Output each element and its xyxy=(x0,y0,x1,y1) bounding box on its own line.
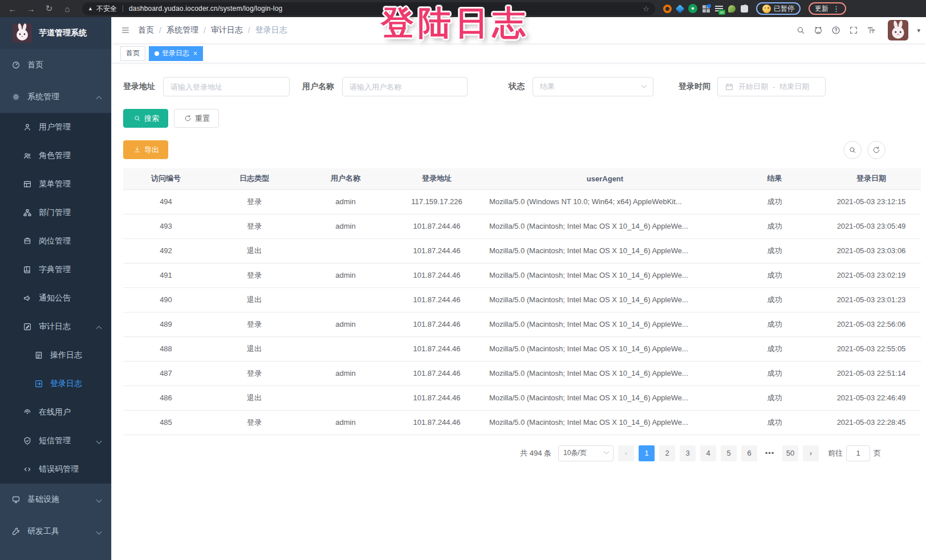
table-row[interactable]: 492退出101.87.244.46Mozilla/5.0 (Macintosh… xyxy=(123,238,921,263)
sidebar-item-org-tree[interactable]: 部门管理 xyxy=(0,198,111,227)
dev-tool-icon xyxy=(11,527,21,536)
page-button[interactable]: 2 xyxy=(659,445,675,461)
jump-page-input[interactable] xyxy=(846,445,870,461)
list-on-badge-icon[interactable] xyxy=(715,5,723,12)
reset-button[interactable]: 重置 xyxy=(174,109,219,128)
app-header: 首页/系统管理/审计日志/登录日志 ▾ xyxy=(112,17,926,44)
page-button[interactable]: 1 xyxy=(639,445,655,461)
puzzle-icon[interactable] xyxy=(741,5,748,13)
orange-ring-icon[interactable] xyxy=(663,5,672,13)
table-row[interactable]: 490退出101.87.244.46Mozilla/5.0 (Macintosh… xyxy=(123,287,921,312)
extensions-row: ♥ xyxy=(663,4,748,13)
green-heart-icon[interactable]: ♥ xyxy=(688,4,697,13)
username-input[interactable] xyxy=(350,83,460,91)
sidebar-item-dev-tool[interactable]: 研发工具 xyxy=(0,516,111,547)
table-row[interactable]: 488退出101.87.244.46Mozilla/5.0 (Macintosh… xyxy=(123,336,921,361)
breadcrumb-item[interactable]: 系统管理 xyxy=(166,25,198,35)
sidebar: 芋道管理系统 首页系统管理用户管理角色管理菜单管理部门管理岗位管理字典管理通知公… xyxy=(0,17,111,560)
sidebar-item-user[interactable]: 用户管理 xyxy=(0,113,111,141)
table-row[interactable]: 487登录admin101.87.244.46Mozilla/5.0 (Maci… xyxy=(123,361,921,385)
sidebar-item-label: 研发工具 xyxy=(27,526,90,537)
page-button[interactable]: 3 xyxy=(680,445,696,461)
table-row[interactable]: 494登录admin117.159.17.226Mozilla/5.0 (Win… xyxy=(123,189,921,214)
tab-inactive[interactable]: 首页 xyxy=(120,46,145,61)
fullscreen-icon[interactable] xyxy=(849,26,858,35)
search-icon[interactable] xyxy=(796,26,805,35)
sidebar-item-megaphone[interactable]: 通知公告 xyxy=(0,284,111,313)
breadcrumb-separator: / xyxy=(159,26,161,35)
green-leaf-icon[interactable] xyxy=(728,5,736,13)
caret-down-icon[interactable]: ▾ xyxy=(917,27,920,34)
toggle-search-button[interactable] xyxy=(843,141,862,159)
page-button[interactable]: 6 xyxy=(741,445,757,461)
sidebar-item-login-log[interactable]: 登录日志 xyxy=(0,370,111,398)
page-size-select[interactable]: 10条/页 xyxy=(558,445,614,461)
infra-monitor-icon xyxy=(11,495,21,504)
help-circle-icon[interactable] xyxy=(831,26,840,35)
reload-icon[interactable]: ↻ xyxy=(41,2,57,15)
table-cell: 493 xyxy=(123,214,209,238)
table-toolbar: 导出 xyxy=(123,140,921,159)
sidebar-item-audit-log[interactable]: 审计日志 xyxy=(0,313,111,341)
font-size-icon[interactable] xyxy=(867,26,876,35)
page-button[interactable]: 4 xyxy=(700,445,716,461)
sidebar-item-infra-monitor[interactable]: 基础设施 xyxy=(0,484,111,516)
table-cell: 101.87.244.46 xyxy=(391,287,482,312)
date-range-picker[interactable]: 开始日期 - 结束日期 xyxy=(717,77,826,96)
table-row[interactable]: 491登录admin101.87.244.46Mozilla/5.0 (Maci… xyxy=(123,263,921,287)
browser-menu-icon[interactable]: ⋮ xyxy=(832,5,840,13)
sidebar-item-dict-book[interactable]: 字典管理 xyxy=(0,255,111,284)
sidebar-item-error-code[interactable]: 错误码管理 xyxy=(0,455,111,484)
breadcrumb-item[interactable]: 登录日志 xyxy=(255,25,287,35)
home-icon[interactable]: ⌂ xyxy=(59,2,75,15)
bookmark-star-icon[interactable]: ☆ xyxy=(643,5,649,13)
table-cell: 退出 xyxy=(209,336,300,361)
table-cell: 成功 xyxy=(728,385,822,410)
hamburger-icon[interactable] xyxy=(121,26,130,35)
export-button[interactable]: 导出 xyxy=(123,140,168,159)
sidebar-item-sms-shield[interactable]: 短信管理 xyxy=(0,427,111,455)
table-row[interactable]: 493登录admin101.87.244.46Mozilla/5.0 (Maci… xyxy=(123,214,921,238)
table-cell: 101.87.244.46 xyxy=(391,214,482,238)
address-bar[interactable]: ▲ 不安全 dashboard.yudao.iocoder.cn/system/… xyxy=(82,2,655,15)
github-icon[interactable] xyxy=(814,26,823,35)
grid-badge-icon[interactable] xyxy=(702,5,710,13)
column-header: 结果 xyxy=(728,168,822,189)
table-row[interactable]: 485登录admin101.87.244.46Mozilla/5.0 (Maci… xyxy=(123,410,921,435)
table-row[interactable]: 489登录admin101.87.244.46Mozilla/5.0 (Maci… xyxy=(123,312,921,336)
sidebar-item-gear[interactable]: 系统管理 xyxy=(0,81,111,113)
blue-shield-icon[interactable] xyxy=(676,4,685,13)
page-button[interactable]: 5 xyxy=(721,445,737,461)
sidebar-item-menu-table[interactable]: 菜单管理 xyxy=(0,170,111,198)
close-icon[interactable]: × xyxy=(193,50,197,58)
sidebar-item-online-user[interactable]: 在线用户 xyxy=(0,398,111,427)
table-cell: 2021-05-03 23:03:06 xyxy=(822,238,921,263)
menu-table-icon xyxy=(23,180,32,189)
table-cell: 492 xyxy=(123,238,209,263)
sidebar-item-operate-log[interactable]: 操作日志 xyxy=(0,341,111,370)
header-actions: ▾ xyxy=(796,20,920,40)
search-button[interactable]: 搜索 xyxy=(123,109,168,128)
table-row[interactable]: 486退出101.87.244.46Mozilla/5.0 (Macintosh… xyxy=(123,385,921,410)
tab-active[interactable]: 登录日志× xyxy=(149,46,203,61)
active-dot-icon xyxy=(155,51,159,56)
refresh-table-button[interactable] xyxy=(867,141,886,159)
page-button[interactable]: 50 xyxy=(782,445,798,461)
breadcrumb-item[interactable]: 审计日志 xyxy=(211,25,243,35)
prev-page-button[interactable]: ‹ xyxy=(618,445,634,461)
sidebar-item-post-badge[interactable]: 岗位管理 xyxy=(0,227,111,255)
sidebar-item-dashboard[interactable]: 首页 xyxy=(0,49,111,81)
login-address-input[interactable] xyxy=(170,83,282,91)
breadcrumb-item[interactable]: 首页 xyxy=(138,25,154,35)
back-icon[interactable]: ← xyxy=(5,2,21,15)
table-cell: 登录 xyxy=(209,214,300,238)
user-avatar[interactable] xyxy=(888,20,908,40)
sidebar-item-users[interactable]: 角色管理 xyxy=(0,141,111,170)
table-cell xyxy=(300,336,391,361)
forward-icon[interactable]: → xyxy=(23,2,39,15)
paused-pill[interactable]: 已暂停 xyxy=(756,2,801,15)
next-page-button[interactable]: › xyxy=(803,445,819,461)
browser-update-button[interactable]: 更新 ⋮ xyxy=(809,2,846,15)
status-select[interactable]: 结果 xyxy=(533,77,653,96)
table-cell: admin xyxy=(300,312,391,336)
